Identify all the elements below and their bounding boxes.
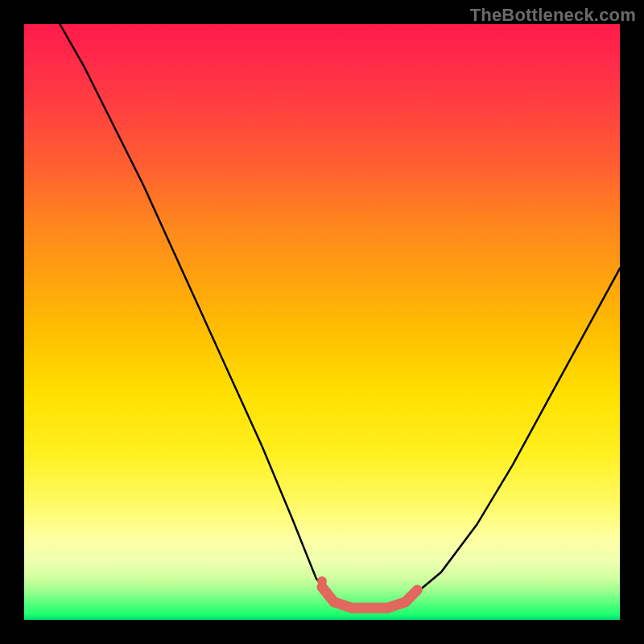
curve-marker-dot: [317, 576, 327, 586]
curve-trough-highlight: [322, 587, 417, 608]
curve-line: [60, 24, 620, 608]
chart-svg: [0, 0, 644, 644]
chart-container: TheBottleneck.com: [0, 0, 644, 644]
watermark-text: TheBottleneck.com: [470, 5, 636, 26]
